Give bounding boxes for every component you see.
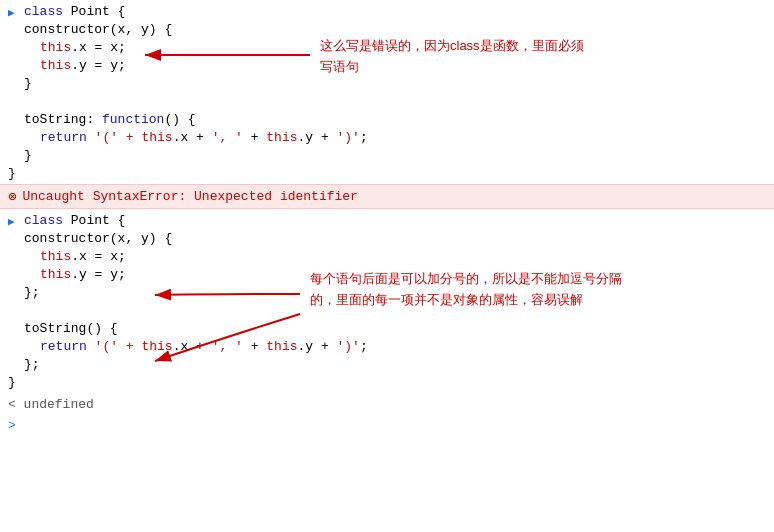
code-block-2: ▶ class Point { constructor(x, y) { this… xyxy=(0,209,774,393)
code-line: constructor(x, y) { xyxy=(0,231,774,249)
error-icon: ⊗ xyxy=(8,188,16,205)
code-text: return '(' + this.x + ', ' + this.y + ')… xyxy=(40,339,368,354)
code-line: ▶ class Point { xyxy=(0,213,774,231)
code-text: constructor(x, y) { xyxy=(24,22,172,37)
annotation-1: 这么写是错误的，因为class是函数，里面必须写语句 xyxy=(320,36,584,78)
code-line: }; xyxy=(0,357,774,375)
code-text: toString: function() { xyxy=(24,112,196,127)
code-text: this.x = x; xyxy=(40,249,126,264)
prompt-arrow: > xyxy=(8,418,16,433)
code-text: toString() { xyxy=(24,321,118,336)
code-text xyxy=(24,94,32,109)
code-text: constructor(x, y) { xyxy=(24,231,172,246)
code-text: } xyxy=(8,375,16,390)
code-text: class Point { xyxy=(24,213,125,228)
code-text: this.x = x; xyxy=(40,40,126,55)
undefined-text: < undefined xyxy=(8,397,94,412)
undefined-line: < undefined xyxy=(0,393,774,416)
annotation-2: 每个语句后面是可以加分号的，所以是不能加逗号分隔的，里面的每一项并不是对象的属性… xyxy=(310,269,622,311)
code-line: toString() { xyxy=(0,321,774,339)
code-line: } xyxy=(0,166,774,184)
code-text: this.y = y; xyxy=(40,58,126,73)
code-block-1: ▶ class Point { constructor(x, y) { this… xyxy=(0,0,774,184)
expand-arrow-2[interactable]: ▶ xyxy=(8,213,20,231)
code-text: } xyxy=(24,148,32,163)
code-line: ▶ class Point { xyxy=(0,4,774,22)
code-line xyxy=(0,94,774,112)
code-text xyxy=(24,303,32,318)
code-line: return '(' + this.x + ', ' + this.y + ')… xyxy=(0,130,774,148)
error-bar: ⊗ Uncaught SyntaxError: Unexpected ident… xyxy=(0,184,774,209)
code-line: toString: function() { xyxy=(0,112,774,130)
code-text: } xyxy=(24,76,32,91)
code-text: return '(' + this.x + ', ' + this.y + ')… xyxy=(40,130,368,145)
expand-arrow[interactable]: ▶ xyxy=(8,4,20,22)
code-text: } xyxy=(8,166,16,181)
code-line: } xyxy=(0,375,774,393)
code-text: this.y = y; xyxy=(40,267,126,282)
console-panel: ▶ class Point { constructor(x, y) { this… xyxy=(0,0,774,532)
code-text: }; xyxy=(24,357,40,372)
code-line: } xyxy=(0,148,774,166)
code-text: class Point { xyxy=(24,4,125,19)
code-text: }; xyxy=(24,285,40,300)
code-line: this.x = x; xyxy=(0,249,774,267)
prompt-line[interactable]: > xyxy=(0,416,774,435)
code-line: return '(' + this.x + ', ' + this.y + ')… xyxy=(0,339,774,357)
error-text: Uncaught SyntaxError: Unexpected identif… xyxy=(22,189,357,204)
code-line: } xyxy=(0,76,774,94)
